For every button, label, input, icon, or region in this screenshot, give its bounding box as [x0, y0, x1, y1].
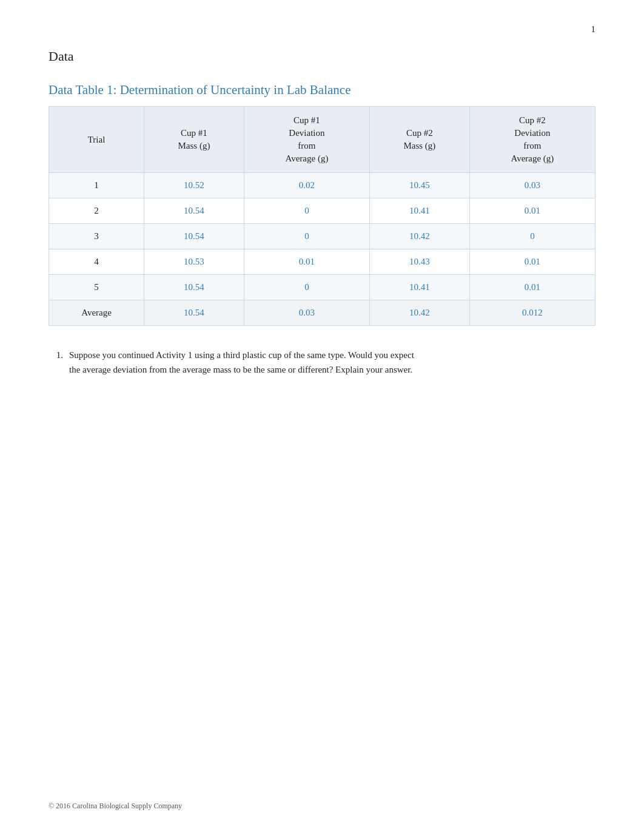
cell-trial: 2	[49, 198, 144, 224]
cell-cup2-mass: 10.41	[370, 275, 470, 300]
footer: © 2016 Carolina Biological Supply Compan…	[49, 802, 182, 811]
header-trial: Trial	[49, 107, 144, 173]
question-text-1: Suppose you continued Activity 1 using a…	[69, 348, 421, 377]
question-item-1: 1. Suppose you continued Activity 1 usin…	[49, 348, 595, 377]
cell-cup2-dev: 0.03	[469, 173, 595, 198]
page: 1 Data Data Table 1: Determination of Un…	[0, 0, 644, 835]
table-row: Average10.540.0310.420.012	[49, 300, 595, 326]
cell-trial: 3	[49, 224, 144, 249]
cell-cup2-mass: 10.41	[370, 198, 470, 224]
cell-cup1-mass: 10.54	[144, 198, 244, 224]
data-table: Trial Cup #1Mass (g) Cup #1Deviationfrom…	[49, 106, 595, 326]
cell-cup2-mass: 10.43	[370, 249, 470, 275]
cell-cup1-dev: 0.02	[244, 173, 369, 198]
header-cup1-mass: Cup #1Mass (g)	[144, 107, 244, 173]
cell-cup2-dev: 0	[469, 224, 595, 249]
table-row: 310.54010.420	[49, 224, 595, 249]
cell-cup1-dev: 0.01	[244, 249, 369, 275]
cell-cup1-dev: 0	[244, 224, 369, 249]
header-cup2-dev: Cup #2DeviationfromAverage (g)	[469, 107, 595, 173]
header-cup2-mass: Cup #2Mass (g)	[370, 107, 470, 173]
table-title: Data Table 1: Determination of Uncertain…	[49, 83, 595, 98]
page-number: 1	[591, 24, 596, 35]
cell-cup1-mass: 10.53	[144, 249, 244, 275]
cell-cup2-dev: 0.012	[469, 300, 595, 326]
cell-cup2-mass: 10.45	[370, 173, 470, 198]
cell-cup1-dev: 0.03	[244, 300, 369, 326]
cell-trial: Average	[49, 300, 144, 326]
cell-cup1-mass: 10.54	[144, 300, 244, 326]
cell-cup1-dev: 0	[244, 198, 369, 224]
cell-cup2-dev: 0.01	[469, 275, 595, 300]
cell-cup2-mass: 10.42	[370, 224, 470, 249]
table-row: 510.54010.410.01	[49, 275, 595, 300]
cell-trial: 5	[49, 275, 144, 300]
cell-trial: 4	[49, 249, 144, 275]
cell-cup1-dev: 0	[244, 275, 369, 300]
question-number-1: 1.	[49, 348, 63, 377]
cell-cup2-mass: 10.42	[370, 300, 470, 326]
table-row: 210.54010.410.01	[49, 198, 595, 224]
header-cup1-dev: Cup #1DeviationfromAverage (g)	[244, 107, 369, 173]
section-title: Data	[49, 49, 595, 64]
table-row: 410.530.0110.430.01	[49, 249, 595, 275]
cell-cup1-mass: 10.54	[144, 275, 244, 300]
table-row: 110.520.0210.450.03	[49, 173, 595, 198]
cell-trial: 1	[49, 173, 144, 198]
cell-cup2-dev: 0.01	[469, 249, 595, 275]
table-header-row: Trial Cup #1Mass (g) Cup #1Deviationfrom…	[49, 107, 595, 173]
question-section: 1. Suppose you continued Activity 1 usin…	[49, 348, 595, 377]
cell-cup1-mass: 10.54	[144, 224, 244, 249]
cell-cup2-dev: 0.01	[469, 198, 595, 224]
cell-cup1-mass: 10.52	[144, 173, 244, 198]
